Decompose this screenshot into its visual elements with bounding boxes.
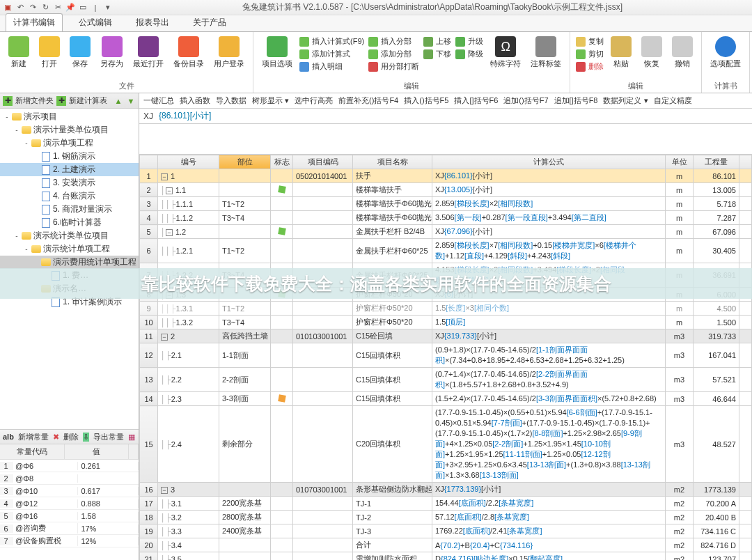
insert-part-button[interactable]: 插入分部 (368, 36, 419, 47)
recent-button[interactable]: 最近打开 (130, 35, 166, 70)
qat-clear[interactable]: ▭ (78, 3, 88, 13)
tree-item[interactable]: 2. 土建演示 (0, 163, 139, 176)
tree-item[interactable]: 4. 台账演示 (0, 189, 139, 203)
note-tag-button[interactable]: 注释标签 (528, 35, 564, 70)
toolbar-item[interactable]: 插入[]括号F6 (454, 95, 498, 106)
tree-toggle-icon[interactable]: - (22, 245, 31, 253)
const-row[interactable]: 3@Φ100.617 (0, 485, 139, 497)
add-part-button[interactable]: 添加分部 (368, 49, 419, 59)
grid-column-header[interactable] (739, 155, 752, 169)
qat-pin[interactable]: 📌 (65, 3, 75, 13)
add-calc-button[interactable]: 添加计算式 (299, 49, 364, 59)
new-button[interactable]: 新建 (6, 35, 32, 70)
const-row[interactable]: 1@Φ60.261 (0, 460, 139, 472)
add-const-button[interactable]: 新增常量 (18, 432, 49, 442)
user-login-button[interactable]: 用户登录 (211, 35, 247, 70)
table-row[interactable]: 5│ −1.2金属扶手栏杆 B2/4BXJ{67.096}[小计]m67.096 (140, 225, 752, 239)
data-grid[interactable]: 编号部位标志项目编码项目名称计算公式单位工程量 1−1050201014001扶… (139, 155, 752, 560)
move-up-button[interactable]: 上移 (423, 36, 451, 47)
option-config-button[interactable]: 选项配置 (707, 35, 744, 70)
open-button[interactable]: 打开 (36, 35, 63, 70)
table-row[interactable]: 13│ ├ 2.22-2剖面C15回填体积(0.7+1.4)×(17.7-0.4… (140, 368, 752, 392)
tree-toggle-icon[interactable]: - (3, 113, 11, 120)
table-row[interactable]: 7│ │ ├ 1.2.2T3~T4金属扶手栏杆Φ60*254.153[梯段长度]… (140, 263, 752, 288)
qat-more[interactable]: ▾ (103, 3, 113, 13)
tree-toggle-icon[interactable]: - (22, 139, 31, 147)
table-row[interactable]: 6│ │ ├ 1.2.1T1~T2金属扶手栏杆Φ60*252.859[梯段长度]… (140, 239, 752, 263)
tree-item[interactable]: 演示费用统计单项工程 (0, 256, 139, 269)
qat-redo[interactable]: ↷ (28, 3, 38, 13)
toolbar-item[interactable]: 插入()括号F5 (404, 95, 448, 106)
break-part-button[interactable]: 用分部打断 (368, 61, 419, 72)
toolbar-item[interactable]: 追加[]括号F8 (554, 95, 598, 106)
table-row[interactable]: 20│ ├ 3.4合计A{70.2}+B{20.4}+C{734.116}m28… (140, 538, 752, 552)
table-row[interactable]: 21│ ├ 3.5需增加则防水面积D{824.716}[贴边长度]×0.15[翻… (140, 552, 752, 561)
grid-column-header[interactable] (140, 155, 158, 169)
tree-item[interactable]: -演示统计类单位项目 (0, 229, 139, 242)
table-row[interactable]: 17│ ├ 3.12200宽条基TJ-1154.44[底面积]/2.2[条基宽度… (140, 497, 752, 511)
grid-column-header[interactable]: 部位 (219, 155, 271, 169)
tree-item[interactable]: 6.临时计算器 (0, 216, 139, 229)
toolbar-item[interactable]: 追加()括号F7 (503, 95, 548, 106)
toolbar-item[interactable]: 数据列定义 ▾ (603, 95, 648, 106)
tab-about[interactable]: 关于产品 (185, 13, 234, 31)
undo-button[interactable]: 撤销 (669, 35, 696, 70)
qat-refresh[interactable]: ↻ (40, 3, 50, 13)
grid-column-header[interactable]: 项目名称 (353, 155, 432, 169)
tree-toggle-icon[interactable]: - (13, 126, 21, 134)
table-row[interactable]: 1−1050201014001扶手XJ{86.101}[小计]m86.101 (140, 169, 752, 183)
grid-column-header[interactable]: 编号 (158, 155, 219, 169)
project-option-button[interactable]: 项目选项 (259, 35, 295, 70)
export-const-button[interactable]: 导出常量 (93, 432, 124, 442)
export-const-icon[interactable]: ⇩ (83, 433, 89, 442)
add-folder-icon[interactable]: ✚ (3, 96, 13, 106)
const-row[interactable]: 5@Φ161.58 (0, 510, 139, 522)
save-button[interactable]: 保存 (67, 35, 93, 70)
upgrade-button[interactable]: 升级 (455, 36, 483, 47)
paste-button[interactable]: 粘贴 (608, 35, 634, 70)
toolbar-item[interactable]: 自定义精度 (654, 95, 692, 106)
table-row[interactable]: 10│ │ ├ 1.3.2T3~T4护窗栏杆Φ50*201.5[顶层]m1.50… (140, 316, 752, 329)
tree-item[interactable]: 5. 商混对量演示 (0, 203, 139, 216)
tree-item[interactable]: 1. 审计案例演示 (0, 295, 139, 309)
del-const-icon[interactable]: ✖ (53, 433, 59, 442)
sidebar-down-icon[interactable]: ▼ (126, 96, 136, 106)
table-row[interactable]: 15│ ├ 2.4剩余部分C20回填体积(17.7-0.9-15.1-0.45)… (140, 406, 752, 483)
saveas-button[interactable]: 另存为 (97, 35, 126, 70)
tree-item[interactable]: -演示计量类单位项目 (0, 123, 139, 137)
tree-item[interactable]: -演示项目 (0, 110, 139, 123)
table-row[interactable]: 2│ −1.1楼梯靠墙扶手XJ{13.005}[小计]m13.005 (140, 183, 752, 197)
qat-cut[interactable]: ✂ (53, 3, 63, 13)
special-char-button[interactable]: Ω特殊字符 (487, 35, 524, 70)
project-tree[interactable]: -演示项目-演示计量类单位项目-演示单项工程1. 钢筋演示2. 土建演示3. 安… (0, 109, 139, 429)
grid-column-header[interactable]: 单位 (666, 155, 694, 169)
table-row[interactable]: 11−2高低跨挡土墙010103001001C15砼回填XJ{319.733}[… (140, 329, 752, 343)
qat-undo[interactable]: ↶ (15, 3, 25, 13)
table-row[interactable]: 14│ ├ 2.33-3剖面C15回填体积(1.5+2.4)×(17.7-0.4… (140, 392, 752, 406)
const-row[interactable]: 6@咨询费17% (0, 522, 139, 535)
copy-button[interactable]: 复制 (576, 36, 604, 47)
const-row[interactable]: 2@Φ8 (0, 472, 139, 485)
add-sheet-icon[interactable]: ✚ (56, 96, 66, 106)
tree-item[interactable]: 3. 安装演示 (0, 176, 139, 189)
tab-calc-edit[interactable]: 计算书编辑 (6, 13, 63, 31)
tree-item[interactable]: -演示统计单项工程 (0, 242, 139, 256)
tree-item[interactable]: -演示单项工程 (0, 137, 139, 150)
tree-item[interactable]: 演示名… (0, 282, 139, 295)
delete-button[interactable]: 删除 (576, 61, 604, 72)
cut-button[interactable]: 剪切 (576, 49, 604, 59)
add-folder-label[interactable]: 新增文件夹 (15, 95, 54, 106)
insert-calc-button[interactable]: 插入计算式(F9) (299, 36, 364, 47)
formula-bar[interactable]: XJ {86.101}[小计] (139, 109, 752, 124)
grid-column-header[interactable]: 标志 (271, 155, 293, 169)
toolbar-item[interactable]: 插入函数 (180, 95, 210, 106)
add-sheet-label[interactable]: 新建计算表 (69, 95, 107, 106)
downgrade-button[interactable]: 降级 (455, 49, 483, 59)
grid-column-header[interactable]: 计算公式 (432, 155, 666, 169)
tree-item[interactable]: 1. 钢筋演示 (0, 150, 139, 163)
const-row[interactable]: 7@设备购置税12% (0, 535, 139, 547)
sidebar-up-icon[interactable]: ▲ (113, 96, 123, 106)
table-row[interactable]: 9│ │ ├ 1.3.1T1~T2护窗栏杆Φ50*201.5[长度]×3[相同个… (140, 302, 752, 316)
const-row[interactable]: 4@Φ120.888 (0, 497, 139, 510)
toolbar-item[interactable]: 前置补充()括号F4 (338, 95, 398, 106)
